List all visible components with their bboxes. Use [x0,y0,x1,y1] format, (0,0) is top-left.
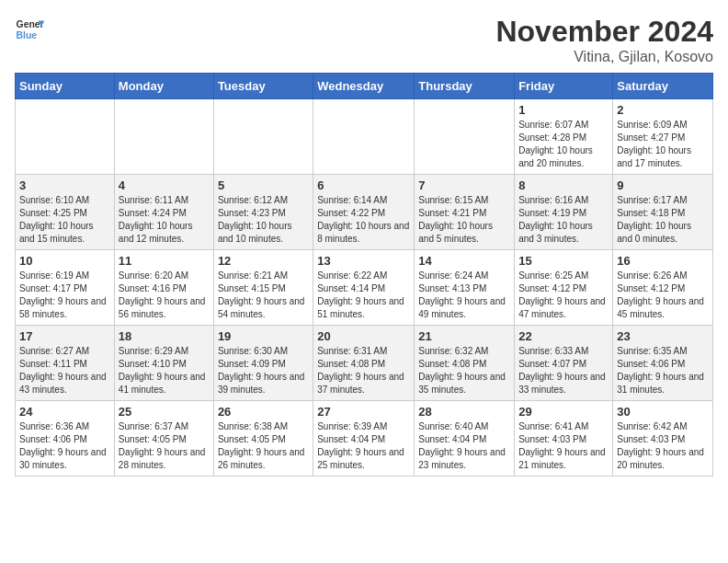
weekday-header-cell: Monday [114,74,213,99]
weekday-header-cell: Saturday [613,74,713,99]
day-info: Sunrise: 6:16 AM Sunset: 4:19 PM Dayligh… [518,194,609,246]
day-info: Sunrise: 6:40 AM Sunset: 4:04 PM Dayligh… [418,420,510,472]
weekday-header: SundayMondayTuesdayWednesdayThursdayFrid… [16,74,713,99]
calendar-cell: 10Sunrise: 6:19 AM Sunset: 4:17 PM Dayli… [16,250,115,326]
calendar-cell: 8Sunrise: 6:16 AM Sunset: 4:19 PM Daylig… [515,175,613,250]
day-info: Sunrise: 6:37 AM Sunset: 4:05 PM Dayligh… [119,420,210,472]
day-info: Sunrise: 6:35 AM Sunset: 4:06 PM Dayligh… [617,345,709,396]
day-number: 14 [418,254,510,268]
day-number: 22 [518,329,609,343]
calendar-cell: 30Sunrise: 6:42 AM Sunset: 4:03 PM Dayli… [613,401,713,477]
calendar-cell [213,99,313,175]
month-title: November 2024 [495,15,713,49]
day-info: Sunrise: 6:41 AM Sunset: 4:03 PM Dayligh… [518,420,609,472]
day-number: 25 [119,405,210,419]
day-info: Sunrise: 6:12 AM Sunset: 4:23 PM Dayligh… [218,194,309,246]
calendar-table: SundayMondayTuesdayWednesdayThursdayFrid… [15,73,713,477]
day-info: Sunrise: 6:29 AM Sunset: 4:10 PM Dayligh… [119,345,210,396]
day-info: Sunrise: 6:25 AM Sunset: 4:12 PM Dayligh… [518,270,609,321]
day-number: 18 [119,329,210,343]
day-info: Sunrise: 6:33 AM Sunset: 4:07 PM Dayligh… [518,345,609,396]
calendar-week-row: 3Sunrise: 6:10 AM Sunset: 4:25 PM Daylig… [16,175,713,250]
day-info: Sunrise: 6:24 AM Sunset: 4:13 PM Dayligh… [418,270,510,321]
calendar-week-row: 17Sunrise: 6:27 AM Sunset: 4:11 PM Dayli… [16,326,713,401]
weekday-header-cell: Friday [515,74,613,99]
calendar-cell: 4Sunrise: 6:11 AM Sunset: 4:24 PM Daylig… [114,175,213,250]
day-info: Sunrise: 6:19 AM Sunset: 4:17 PM Dayligh… [19,270,110,321]
calendar-cell: 22Sunrise: 6:33 AM Sunset: 4:07 PM Dayli… [515,326,613,401]
calendar-cell: 9Sunrise: 6:17 AM Sunset: 4:18 PM Daylig… [613,175,713,250]
calendar-cell [415,99,515,175]
day-info: Sunrise: 6:09 AM Sunset: 4:27 PM Dayligh… [617,119,709,170]
calendar-cell: 18Sunrise: 6:29 AM Sunset: 4:10 PM Dayli… [114,326,213,401]
calendar-cell: 15Sunrise: 6:25 AM Sunset: 4:12 PM Dayli… [515,250,613,326]
calendar-week-row: 24Sunrise: 6:36 AM Sunset: 4:06 PM Dayli… [16,401,713,477]
weekday-header-cell: Sunday [16,74,115,99]
day-info: Sunrise: 6:42 AM Sunset: 4:03 PM Dayligh… [617,420,709,472]
day-number: 30 [617,405,709,419]
calendar-cell: 23Sunrise: 6:35 AM Sunset: 4:06 PM Dayli… [613,326,713,401]
day-number: 20 [317,329,410,343]
day-info: Sunrise: 6:30 AM Sunset: 4:09 PM Dayligh… [218,345,309,396]
day-number: 13 [317,254,410,268]
day-number: 9 [617,178,709,192]
day-info: Sunrise: 6:36 AM Sunset: 4:06 PM Dayligh… [19,420,110,472]
day-number: 19 [218,329,309,343]
day-number: 5 [218,178,309,192]
day-info: Sunrise: 6:11 AM Sunset: 4:24 PM Dayligh… [119,194,210,246]
day-info: Sunrise: 6:21 AM Sunset: 4:15 PM Dayligh… [218,270,309,321]
day-number: 28 [418,405,510,419]
location: Vitina, Gjilan, Kosovo [495,49,713,65]
day-info: Sunrise: 6:39 AM Sunset: 4:04 PM Dayligh… [317,420,410,472]
day-number: 27 [317,405,410,419]
calendar-cell: 7Sunrise: 6:15 AM Sunset: 4:21 PM Daylig… [415,175,515,250]
day-number: 29 [518,405,609,419]
day-number: 6 [317,178,410,192]
title-block: November 2024 Vitina, Gjilan, Kosovo [495,15,713,65]
calendar-cell: 13Sunrise: 6:22 AM Sunset: 4:14 PM Dayli… [313,250,415,326]
calendar-cell: 28Sunrise: 6:40 AM Sunset: 4:04 PM Dayli… [415,401,515,477]
calendar-cell: 26Sunrise: 6:38 AM Sunset: 4:05 PM Dayli… [213,401,313,477]
day-number: 1 [518,103,609,117]
svg-text:Blue: Blue [17,30,38,40]
calendar-cell: 29Sunrise: 6:41 AM Sunset: 4:03 PM Dayli… [515,401,613,477]
day-info: Sunrise: 6:20 AM Sunset: 4:16 PM Dayligh… [119,270,210,321]
calendar-week-row: 10Sunrise: 6:19 AM Sunset: 4:17 PM Dayli… [16,250,713,326]
day-info: Sunrise: 6:10 AM Sunset: 4:25 PM Dayligh… [19,194,110,246]
calendar-cell: 5Sunrise: 6:12 AM Sunset: 4:23 PM Daylig… [213,175,313,250]
calendar-cell: 11Sunrise: 6:20 AM Sunset: 4:16 PM Dayli… [114,250,213,326]
calendar-cell: 19Sunrise: 6:30 AM Sunset: 4:09 PM Dayli… [213,326,313,401]
calendar-cell: 27Sunrise: 6:39 AM Sunset: 4:04 PM Dayli… [313,401,415,477]
day-number: 7 [418,178,510,192]
weekday-header-cell: Thursday [415,74,515,99]
logo-icon: General Blue [15,15,44,44]
calendar-cell: 1Sunrise: 6:07 AM Sunset: 4:28 PM Daylig… [515,99,613,175]
weekday-header-cell: Tuesday [213,74,313,99]
day-info: Sunrise: 6:32 AM Sunset: 4:08 PM Dayligh… [418,345,510,396]
calendar-cell: 2Sunrise: 6:09 AM Sunset: 4:27 PM Daylig… [613,99,713,175]
calendar-cell: 16Sunrise: 6:26 AM Sunset: 4:12 PM Dayli… [613,250,713,326]
day-number: 16 [617,254,709,268]
day-info: Sunrise: 6:15 AM Sunset: 4:21 PM Dayligh… [418,194,510,246]
day-info: Sunrise: 6:22 AM Sunset: 4:14 PM Dayligh… [317,270,410,321]
day-info: Sunrise: 6:27 AM Sunset: 4:11 PM Dayligh… [19,345,110,396]
day-info: Sunrise: 6:17 AM Sunset: 4:18 PM Dayligh… [617,194,709,246]
day-info: Sunrise: 6:31 AM Sunset: 4:08 PM Dayligh… [317,345,410,396]
day-number: 21 [418,329,510,343]
calendar-body: 1Sunrise: 6:07 AM Sunset: 4:28 PM Daylig… [16,99,713,477]
calendar-cell: 21Sunrise: 6:32 AM Sunset: 4:08 PM Dayli… [415,326,515,401]
day-info: Sunrise: 6:38 AM Sunset: 4:05 PM Dayligh… [218,420,309,472]
weekday-header-cell: Wednesday [313,74,415,99]
day-number: 4 [119,178,210,192]
calendar-week-row: 1Sunrise: 6:07 AM Sunset: 4:28 PM Daylig… [16,99,713,175]
day-info: Sunrise: 6:14 AM Sunset: 4:22 PM Dayligh… [317,194,410,246]
calendar-cell: 3Sunrise: 6:10 AM Sunset: 4:25 PM Daylig… [16,175,115,250]
day-number: 3 [19,178,110,192]
calendar-cell [313,99,415,175]
calendar-cell: 25Sunrise: 6:37 AM Sunset: 4:05 PM Dayli… [114,401,213,477]
logo: General Blue [15,15,44,44]
calendar-cell: 12Sunrise: 6:21 AM Sunset: 4:15 PM Dayli… [213,250,313,326]
day-number: 15 [518,254,609,268]
day-number: 23 [617,329,709,343]
day-number: 10 [19,254,110,268]
